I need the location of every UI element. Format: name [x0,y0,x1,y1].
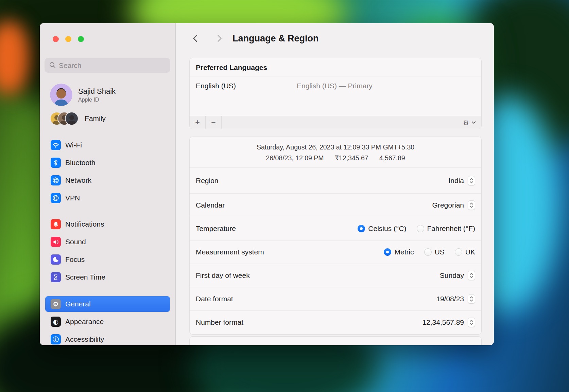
sidebar: Sajid Shaik Apple ID Family Wi-Fi [40,23,176,345]
sidebar-group-connectivity: Wi-Fi Bluetooth Network VPN [45,137,170,208]
calendar-row: Calendar Gregorian [190,193,481,217]
sidebar-item-label: Wi-Fi [65,141,82,149]
preferred-languages-title: Preferred Languages [190,58,481,76]
search-icon [49,61,56,70]
language-list: English (US) English (US) — Primary [190,76,481,95]
language-detail: English (US) — Primary [297,82,373,90]
family-row[interactable]: Family [50,112,106,125]
sidebar-item-label: Sound [65,238,86,246]
sidebar-item-screen-time[interactable]: Screen Time [45,269,170,285]
number-format-dropdown[interactable]: 12,34,567.89 [422,318,475,327]
chevron-down-icon [471,121,476,124]
stepper-icon[interactable] [468,176,475,185]
profile-subtitle: Apple ID [78,97,116,103]
zoom-button[interactable] [78,36,84,42]
radio-unselected-icon[interactable] [455,248,462,256]
search-input[interactable] [59,61,166,70]
sidebar-item-label: General [65,300,91,308]
sidebar-item-accessibility[interactable]: Accessibility [45,332,170,345]
preview-datetime-short: 26/08/23, 12:09 PM [266,154,324,162]
radio-us[interactable]: US [424,248,445,256]
number-format-row: Number format 12,34,567.89 [190,310,481,334]
globe-icon [51,175,61,185]
language-toolbar: + − ⚙ [190,116,481,129]
family-avatars [50,112,79,125]
radio-uk[interactable]: UK [455,248,475,256]
minimize-button[interactable] [65,36,71,42]
radio-selected-icon[interactable] [358,225,365,232]
sidebar-item-label: Notifications [65,220,104,228]
sidebar-item-network[interactable]: Network [45,173,170,188]
bell-icon [51,219,61,229]
apple-id-profile[interactable]: Sajid Shaik Apple ID [50,84,116,106]
measurement-radio-group: Metric US UK [384,248,475,256]
stepper-icon[interactable] [468,200,475,210]
next-section-partial [189,336,482,345]
preview-number: 4,567.89 [379,154,405,162]
window-controls [53,36,84,42]
first-day-row: First day of week Sunday [190,264,481,287]
avatar [50,84,72,106]
sidebar-item-label: Network [65,176,91,184]
calendar-dropdown[interactable]: Gregorian [432,200,475,210]
preferred-languages-section: Preferred Languages English (US) English… [189,58,482,129]
family-avatar [65,112,79,125]
temperature-row: Temperature Celsius (°C) Fahrenheit (°F) [190,217,481,240]
sidebar-item-general[interactable]: ⚙ General [45,296,170,312]
radio-selected-icon[interactable] [384,248,391,256]
moon-icon [51,254,61,265]
date-format-dropdown[interactable]: 19/08/23 [436,294,475,304]
sidebar-item-label: Screen Time [65,273,105,281]
gear-icon: ⚙ [463,119,469,127]
sidebar-item-notifications[interactable]: Notifications [45,216,170,232]
region-dropdown[interactable]: India [448,176,475,185]
gear-icon: ⚙ [51,299,61,309]
forward-button[interactable] [214,33,224,44]
language-options-menu[interactable]: ⚙ [458,116,481,129]
radio-unselected-icon[interactable] [424,248,432,256]
sidebar-group-alerts: Notifications Sound Focus Screen Time [45,216,170,287]
sidebar-item-sound[interactable]: Sound [45,234,170,250]
preview-currency: ₹12,345.67 [335,154,368,162]
bluetooth-icon [51,158,61,168]
hourglass-icon [51,272,61,282]
back-button[interactable] [191,33,200,44]
preview-datetime-long: Saturday, August 26, 2023 at 12:09:33 PM… [190,143,481,151]
language-row[interactable]: English (US) English (US) — Primary [196,82,475,90]
search-field[interactable] [45,58,170,73]
date-format-row: Date format 19/08/23 [190,287,481,310]
sidebar-item-label: Bluetooth [65,159,96,167]
settings-rows: Region India Calendar Gregorian [190,167,481,334]
radio-metric[interactable]: Metric [384,248,414,256]
language-name: English (US) [196,82,297,90]
remove-language-button[interactable]: − [206,116,222,129]
sidebar-item-appearance[interactable]: ◐ Appearance [45,314,170,329]
system-settings-window: Sajid Shaik Apple ID Family Wi-Fi [40,23,494,345]
sidebar-group-system: ⚙ General ◐ Appearance Accessibility [45,296,170,345]
stepper-icon[interactable] [468,271,475,280]
sidebar-item-label: VPN [65,194,80,202]
profile-name: Sajid Shaik [78,87,116,96]
format-preview: Saturday, August 26, 2023 at 12:09:33 PM… [190,137,481,162]
add-language-button[interactable]: + [190,116,206,129]
sidebar-item-focus[interactable]: Focus [45,252,170,267]
sidebar-item-bluetooth[interactable]: Bluetooth [45,155,170,171]
page-title: Language & Region [232,33,319,44]
region-row: Region India [190,167,481,193]
stepper-icon[interactable] [468,318,475,327]
close-button[interactable] [53,36,59,42]
first-day-dropdown[interactable]: Sunday [440,271,475,280]
sidebar-item-label: Focus [65,255,85,264]
sidebar-item-label: Accessibility [65,335,104,343]
accessibility-icon [51,334,61,344]
radio-fahrenheit[interactable]: Fahrenheit (°F) [417,225,475,233]
measurement-row: Measurement system Metric US UK [190,240,481,264]
radio-celsius[interactable]: Celsius (°C) [358,225,406,233]
stepper-icon[interactable] [468,294,475,304]
temperature-radio-group: Celsius (°C) Fahrenheit (°F) [358,225,475,233]
content-pane: Language & Region Preferred Languages En… [176,23,494,345]
sidebar-item-label: Appearance [65,318,104,326]
sidebar-item-vpn[interactable]: VPN [45,190,170,206]
radio-unselected-icon[interactable] [417,225,424,232]
sidebar-item-wifi[interactable]: Wi-Fi [45,137,170,153]
